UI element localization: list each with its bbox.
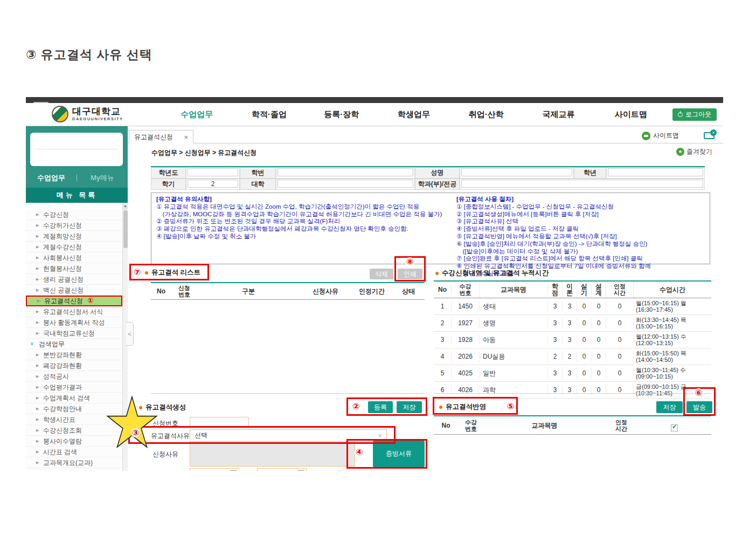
sidebar-menu-item[interactable]: ▶ ∨ 헌혈봉사신청: [26, 263, 122, 274]
annotation-marker-7: ⑦: [133, 268, 142, 277]
nav-international[interactable]: 국제교류: [522, 103, 594, 126]
apply-save-button[interactable]: 저장: [656, 401, 683, 413]
nav-student-affairs[interactable]: 학생업무: [378, 103, 450, 126]
scrollbar-thumb[interactable]: [123, 210, 128, 248]
print-button[interactable]: 인쇄: [398, 269, 422, 279]
sidebar-menu-item[interactable]: ▶ ∨ 수강허가신청: [26, 220, 122, 231]
sidebar-item-label: 사회봉사신청: [43, 254, 82, 262]
breadcrumb: 수업업무 > 신청업무 > 유고결석신청: [151, 148, 256, 157]
calendar-icon[interactable]: [297, 470, 304, 471]
course-row: 5 4025 일반 3 3 0 0 0 월(10:30~11:45) 수(09:…: [434, 365, 711, 382]
sidebar-tab-course[interactable]: 수업업무: [26, 173, 77, 183]
university-logo[interactable]: 대구대학교 DAEGUUNIVERSITY: [52, 106, 123, 122]
student-info-table: 학년도 학번 성명 학년 학기 2 대학 학과(부)/전공: [151, 166, 705, 190]
department-field[interactable]: [461, 180, 703, 188]
application-reason-field[interactable]: [190, 441, 355, 467]
application-no-field[interactable]: [190, 417, 249, 428]
send-button[interactable]: 발송: [686, 401, 712, 413]
sitemap-button[interactable]: 사이트맵: [642, 131, 679, 140]
student-id-field[interactable]: [278, 168, 413, 176]
sidebar-menu-item[interactable]: ▶ ∨ 사회봉사신청: [26, 252, 122, 263]
delete-button[interactable]: 삭제: [370, 269, 393, 279]
close-icon[interactable]: ×: [184, 133, 188, 141]
window-close-icon[interactable]: [704, 132, 715, 139]
sidebar-menu-item[interactable]: ▶ ∨ 수강학점안내: [26, 403, 122, 414]
grade-field[interactable]: [608, 168, 703, 176]
course-row: 2 1927 생명 3 3 0 0 0 화(13:30~14:45) 목(15:…: [434, 315, 711, 332]
chevron-down-icon: ∨: [30, 339, 34, 349]
apply-section-title: 유고결석반영: [439, 402, 486, 411]
absence-reason-select[interactable]: 선택 ∨: [190, 429, 387, 442]
tab-absence-application[interactable]: 유고결석신청 ×: [129, 130, 193, 143]
nav-sitemap[interactable]: 사이트맵: [595, 103, 667, 126]
course-row: 3 1928 아동 3 3 0 0 0 월(12:00~13:15) 수(12:…: [434, 332, 711, 348]
sidebar-tab-mymenu[interactable]: My메뉴: [77, 173, 128, 183]
register-button[interactable]: 등록: [368, 401, 393, 413]
period-start-field[interactable]: [190, 468, 239, 471]
divider: [151, 393, 425, 394]
triangle-right-icon: ▶: [36, 209, 39, 220]
label-application-reason: 신청사유: [152, 450, 178, 459]
sidebar-menu-item[interactable]: ▶ ∨ 교과목개요(교과): [26, 457, 122, 468]
sidebar-menu-item[interactable]: ▶ ∨ 수업평가결과: [26, 382, 122, 393]
year-field[interactable]: [188, 168, 238, 176]
label-college: 대학: [240, 179, 276, 190]
sidebar-collapse-handle[interactable]: <: [126, 322, 134, 346]
triangle-right-icon: ▶: [36, 317, 39, 327]
label-year: 학년도: [151, 167, 186, 179]
sidebar-menu-item[interactable]: ▶ ∨ 분반강좌현황: [26, 349, 122, 360]
sidebar-item-label: 계절수강신청: [43, 243, 82, 251]
sidebar-menu-item[interactable]: ▶ ∨ 유고결석신청서 서식: [26, 306, 122, 317]
sidebar-menu-item[interactable]: ▶ ∨ 검색업무: [26, 339, 122, 349]
label-name: 성명: [415, 167, 460, 179]
select-all-checkbox[interactable]: ✔: [671, 424, 678, 431]
scroll-up-icon[interactable]: ▲: [123, 203, 128, 209]
sidebar-menu-item[interactable]: ▶ ∨ 수강신청조회: [26, 425, 122, 436]
sidebar-item-label: 성적공시: [43, 373, 69, 380]
triangle-right-icon: ▶: [36, 328, 39, 338]
notice-procedure-title: [유고결석 사용 절차]: [456, 196, 707, 203]
nav-registration-scholarship[interactable]: 등록·장학: [306, 103, 378, 126]
sitemap-label: 사이트맵: [653, 131, 679, 140]
sidebar-item-label: 봉사이수열람: [43, 437, 82, 445]
triangle-right-icon: ▶: [36, 371, 39, 381]
sidebar-menu-item[interactable]: ▶ ∨ 백신 공결신청: [26, 285, 122, 296]
attach-documents-button[interactable]: 증빙서류: [373, 441, 425, 467]
sidebar-menu-item[interactable]: ▶ ∨ 수강신청: [26, 209, 122, 220]
nav-records-graduation[interactable]: 학적·졸업: [233, 103, 305, 126]
sidebar-item-label: 수강신청조회: [43, 427, 82, 434]
favorite-button[interactable]: ★ 즐겨찾기: [676, 147, 712, 156]
sidebar-item-label: 수강신청: [43, 211, 69, 218]
sidebar-item-label: 헌혈봉사신청: [43, 265, 82, 272]
name-field[interactable]: [461, 168, 572, 176]
logout-button[interactable]: 로그아웃: [672, 108, 717, 121]
sidebar-menu-item[interactable]: ▶ ∨ 봉사이수열람: [26, 436, 122, 447]
app-header: 대구대학교 DAEGUUNIVERSITY 수업업무 학적·졸업 등록·장학 학…: [26, 103, 723, 126]
sidebar-menu-item[interactable]: ▶ ∨ 수업계획서 검색: [26, 393, 122, 403]
sidebar-menu-item[interactable]: ▶ ∨: [26, 468, 122, 471]
nav-course-affairs[interactable]: 수업업무: [161, 103, 233, 126]
sidebar-menu-item[interactable]: ▶ ∨ 폐강강좌현황: [26, 360, 122, 371]
college-field[interactable]: [278, 180, 413, 188]
sidebar-item-label: 교과목개요(교과): [43, 459, 93, 467]
label-grade: 학년: [574, 167, 606, 179]
sidebar-menu-item[interactable]: ▶ ∨ 성적공시: [26, 371, 122, 382]
term-field[interactable]: 2: [188, 180, 238, 188]
calendar-icon[interactable]: [230, 470, 237, 471]
section-bullet-icon: [439, 406, 442, 409]
sidebar-menu-item[interactable]: ▶ ∨ 계절수강신청: [26, 242, 122, 252]
create-save-button[interactable]: 저장: [397, 401, 422, 413]
sidebar-menu-item[interactable]: ▶ ∨ 생리 공결신청: [26, 274, 122, 285]
sidebar-menu-item[interactable]: ▶ ∨ 국내학점교류신청: [26, 328, 122, 339]
sidebar-menu-item[interactable]: ▶ ∨ 유고결석신청 ①: [26, 296, 122, 306]
section-bullet-icon: [435, 272, 439, 275]
triangle-right-icon: ▶: [36, 436, 39, 446]
sidebar-menu-item[interactable]: ▶ ∨ 봉사 활동계획서 작성: [26, 317, 122, 328]
section-bullet-icon: [145, 271, 148, 275]
sidebar-item-label: 폐강강좌현황: [43, 362, 82, 369]
nav-career-industry[interactable]: 취업·산학: [450, 103, 522, 126]
period-end-field[interactable]: [257, 468, 307, 471]
sidebar-menu-item[interactable]: ▶ ∨ 계절희망신청: [26, 231, 122, 242]
logout-label: 로그아웃: [685, 110, 711, 119]
sidebar-menu-item[interactable]: ▶ ∨ 시간표 검색: [26, 447, 122, 457]
